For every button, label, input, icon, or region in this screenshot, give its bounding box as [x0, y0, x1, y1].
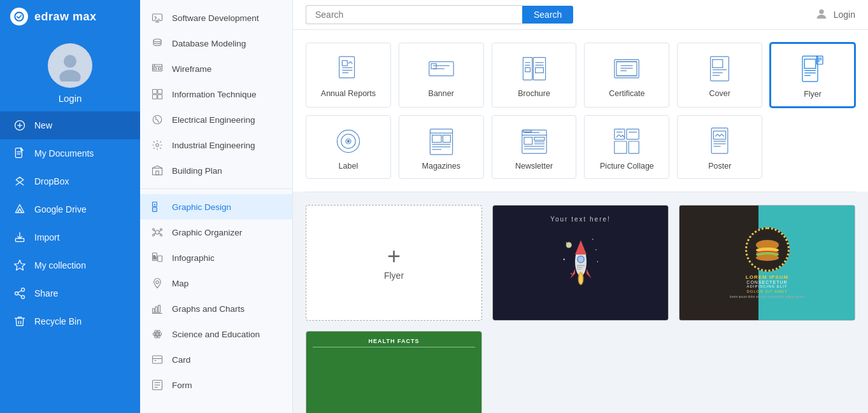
- main-content: Search Login Annual Reports: [293, 0, 868, 413]
- sidebar-item-google-drive[interactable]: Google Drive: [0, 195, 140, 223]
- category-card-cover[interactable]: Cover: [677, 43, 762, 108]
- menu-item-graphic-design[interactable]: Graphic Design: [140, 194, 292, 220]
- category-card-flyer[interactable]: Flyer: [770, 43, 855, 108]
- menu-item-label: Graphic Design: [172, 202, 231, 212]
- svg-rect-27: [153, 68, 157, 70]
- file-icon: [13, 146, 27, 160]
- menu-item-information-technique[interactable]: Information Technique: [140, 81, 292, 107]
- svg-point-1: [59, 70, 80, 81]
- svg-rect-54: [158, 256, 162, 262]
- category-card-poster[interactable]: Poster: [677, 115, 762, 179]
- category-card-label: Brochure: [518, 89, 550, 98]
- svg-point-41: [155, 230, 159, 234]
- svg-rect-96: [711, 57, 729, 81]
- menu-item-electrical-engineering[interactable]: Electrical Engineering: [140, 107, 292, 132]
- template-preview-dark: Your text here!: [493, 206, 668, 320]
- svg-rect-80: [431, 64, 436, 69]
- building-plan-icon: [150, 164, 164, 178]
- category-card-annual-reports[interactable]: Annual Reports: [306, 43, 391, 108]
- sidebar-item-recycle-bin[interactable]: Recycle Bin: [0, 307, 140, 335]
- category-card-newsletter[interactable]: Newsletter: [492, 115, 577, 179]
- svg-rect-89: [615, 60, 639, 78]
- electrical-engineering-icon: [150, 113, 164, 127]
- menu-item-label: Wireframe: [172, 64, 211, 74]
- svg-point-60: [157, 333, 159, 335]
- svg-rect-57: [155, 307, 157, 312]
- svg-rect-64: [153, 356, 162, 363]
- sidebar-item-dropbox[interactable]: DropBox: [0, 167, 140, 195]
- svg-rect-56: [153, 309, 155, 312]
- sidebar: edraw max Login New My Documents: [0, 0, 140, 413]
- category-card-label: Newsletter: [515, 162, 553, 171]
- menu-item-science-and-education[interactable]: Science and Education: [140, 321, 292, 347]
- menu-item-database-modeling[interactable]: Database Modeling: [140, 31, 292, 56]
- industrial-engineering-icon: [150, 138, 164, 152]
- svg-point-155: [577, 256, 584, 263]
- menu-item-infographic[interactable]: Infographic: [140, 245, 292, 270]
- svg-marker-152: [587, 269, 592, 279]
- svg-line-46: [153, 230, 155, 232]
- share-icon: [13, 286, 27, 300]
- menu-item-wireframe[interactable]: Wireframe: [140, 56, 292, 81]
- topbar-login-label[interactable]: Login: [834, 10, 855, 20]
- dropbox-icon: [13, 174, 27, 188]
- category-card-label[interactable]: Label: [306, 115, 391, 179]
- menu-item-graphs-and-charts[interactable]: Graphs and Charts: [140, 296, 292, 321]
- svg-rect-30: [158, 90, 162, 94]
- svg-point-154: [579, 275, 583, 284]
- category-card-banner[interactable]: Banner: [399, 43, 484, 108]
- svg-point-15: [15, 292, 18, 295]
- menu-item-label: Software Development: [172, 13, 259, 23]
- menu-item-label: Form: [172, 381, 192, 390]
- category-card-brochure[interactable]: Brochure: [492, 43, 577, 108]
- graphs-and-charts-icon: [150, 302, 164, 316]
- svg-rect-73: [342, 60, 347, 66]
- sidebar-item-my-documents[interactable]: My Documents: [0, 139, 140, 167]
- sidebar-item-new[interactable]: New: [0, 111, 140, 139]
- svg-line-17: [18, 294, 22, 296]
- menu-item-label: Industrial Engineering: [172, 141, 255, 150]
- svg-point-43: [160, 228, 162, 230]
- sidebar-login-label[interactable]: Login: [59, 93, 82, 104]
- app-name: edraw max: [34, 10, 97, 24]
- category-card-certificate[interactable]: Certificate: [584, 43, 669, 108]
- svg-rect-32: [158, 95, 162, 99]
- svg-rect-90: [616, 62, 637, 76]
- search-input[interactable]: [306, 5, 522, 24]
- svg-rect-97: [713, 60, 723, 68]
- svg-rect-40: [153, 207, 157, 212]
- sidebar-item-label-share: Share: [34, 288, 58, 298]
- menu-item-building-plan[interactable]: Building Plan: [140, 158, 292, 183]
- database-modeling-icon: [150, 36, 164, 50]
- template-card-dark-space[interactable]: Your text here!: [492, 205, 669, 321]
- template-card-new[interactable]: + Flyer: [306, 205, 482, 321]
- category-card-magazines[interactable]: Magazines: [399, 115, 484, 179]
- svg-line-48: [153, 234, 155, 235]
- menu-item-industrial-engineering[interactable]: Industrial Engineering: [140, 132, 292, 158]
- google-drive-icon: [13, 202, 27, 216]
- svg-point-147: [571, 273, 572, 274]
- menu-item-software-development[interactable]: Software Development: [140, 5, 292, 31]
- menu-item-form[interactable]: Form: [140, 372, 292, 398]
- software-development-icon: [150, 11, 164, 25]
- sidebar-item-my-collection[interactable]: My collection: [0, 251, 140, 279]
- svg-marker-13: [15, 260, 25, 270]
- category-card-picture-collage[interactable]: Picture Collage: [584, 115, 669, 179]
- svg-rect-156: [577, 265, 585, 267]
- sidebar-item-import[interactable]: Import: [0, 223, 140, 251]
- svg-rect-102: [804, 59, 816, 68]
- template-card-health-facts[interactable]: HEALTH FACTS Sea Food: [306, 331, 482, 413]
- menu-item-map[interactable]: Map: [140, 270, 292, 296]
- menu-item-card[interactable]: Card: [140, 347, 292, 372]
- sidebar-item-share[interactable]: Share: [0, 279, 140, 307]
- menu-item-label: Infographic: [172, 253, 215, 263]
- search-button[interactable]: Search: [522, 6, 573, 24]
- svg-point-45: [160, 234, 162, 236]
- topbar: Search Login: [293, 0, 868, 30]
- menu-item-label: Building Plan: [172, 166, 222, 176]
- menu-item-graphic-organizer[interactable]: Graphic Organizer: [140, 220, 292, 245]
- svg-line-18: [18, 290, 22, 292]
- plus-icon: +: [387, 245, 401, 268]
- template-card-food[interactable]: LOREM IPSUM CONSECTETUR ADIPISCING ELIT …: [679, 205, 855, 321]
- import-icon: [13, 230, 27, 244]
